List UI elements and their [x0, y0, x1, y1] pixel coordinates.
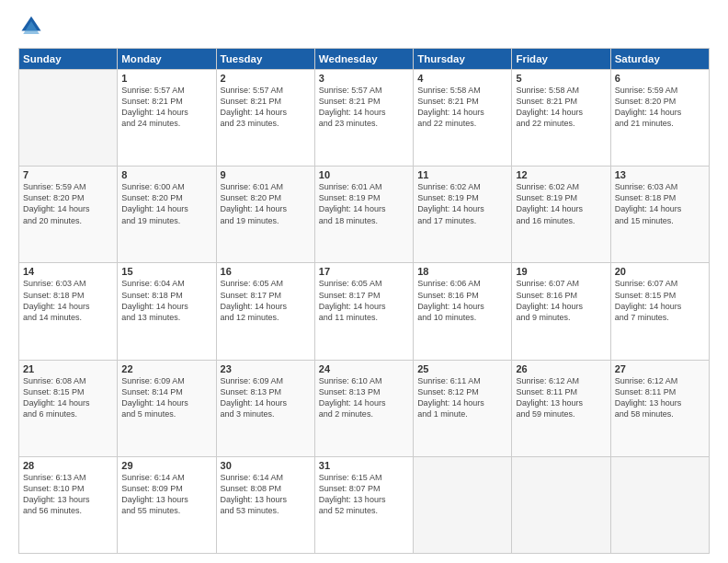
day-info: Sunrise: 6:05 AM Sunset: 8:17 PM Dayligh…	[221, 278, 311, 323]
day-number: 24	[319, 363, 409, 374]
day-info: Sunrise: 6:15 AM Sunset: 8:07 PM Dayligh…	[319, 472, 409, 517]
calendar-cell: 29Sunrise: 6:14 AM Sunset: 8:09 PM Dayli…	[118, 456, 216, 553]
day-number: 28	[23, 460, 113, 471]
calendar-table: SundayMondayTuesdayWednesdayThursdayFrid…	[18, 48, 710, 554]
day-number: 19	[516, 266, 606, 277]
calendar-cell: 26Sunrise: 6:12 AM Sunset: 8:11 PM Dayli…	[512, 360, 610, 456]
day-number: 11	[417, 169, 507, 180]
day-number: 31	[319, 460, 409, 471]
day-number: 22	[121, 363, 211, 374]
calendar-week-4: 21Sunrise: 6:08 AM Sunset: 8:15 PM Dayli…	[19, 360, 710, 456]
calendar-cell: 31Sunrise: 6:15 AM Sunset: 8:07 PM Dayli…	[314, 456, 413, 553]
day-header-friday: Friday	[512, 49, 610, 70]
calendar-cell	[19, 70, 118, 167]
day-info: Sunrise: 5:59 AM Sunset: 8:20 PM Dayligh…	[615, 85, 705, 130]
day-number: 12	[516, 169, 606, 180]
calendar-cell: 2Sunrise: 5:57 AM Sunset: 8:21 PM Daylig…	[216, 70, 314, 167]
day-info: Sunrise: 6:01 AM Sunset: 8:19 PM Dayligh…	[319, 181, 409, 226]
calendar-cell: 11Sunrise: 6:02 AM Sunset: 8:19 PM Dayli…	[414, 167, 512, 263]
calendar-cell: 7Sunrise: 5:59 AM Sunset: 8:20 PM Daylig…	[19, 167, 118, 263]
calendar-week-2: 7Sunrise: 5:59 AM Sunset: 8:20 PM Daylig…	[19, 167, 710, 263]
calendar-cell: 13Sunrise: 6:03 AM Sunset: 8:18 PM Dayli…	[610, 167, 709, 263]
day-number: 17	[319, 266, 409, 277]
calendar-week-5: 28Sunrise: 6:13 AM Sunset: 8:10 PM Dayli…	[19, 456, 710, 553]
calendar-cell: 8Sunrise: 6:00 AM Sunset: 8:20 PM Daylig…	[118, 167, 216, 263]
day-number: 4	[417, 73, 507, 84]
calendar-cell: 28Sunrise: 6:13 AM Sunset: 8:10 PM Dayli…	[19, 456, 118, 553]
day-number: 29	[121, 460, 211, 471]
day-number: 25	[417, 363, 507, 374]
calendar-cell: 27Sunrise: 6:12 AM Sunset: 8:11 PM Dayli…	[610, 360, 709, 456]
day-info: Sunrise: 6:07 AM Sunset: 8:15 PM Dayligh…	[615, 278, 705, 323]
day-number: 21	[23, 363, 113, 374]
calendar-cell: 9Sunrise: 6:01 AM Sunset: 8:20 PM Daylig…	[216, 167, 314, 263]
calendar-cell: 15Sunrise: 6:04 AM Sunset: 8:18 PM Dayli…	[118, 263, 216, 360]
calendar-cell	[414, 456, 512, 553]
calendar-header-row: SundayMondayTuesdayWednesdayThursdayFrid…	[19, 49, 710, 70]
calendar-cell: 19Sunrise: 6:07 AM Sunset: 8:16 PM Dayli…	[512, 263, 610, 360]
day-number: 20	[615, 266, 705, 277]
calendar-cell	[610, 456, 709, 553]
calendar-cell: 21Sunrise: 6:08 AM Sunset: 8:15 PM Dayli…	[19, 360, 118, 456]
day-info: Sunrise: 6:03 AM Sunset: 8:18 PM Dayligh…	[615, 181, 705, 226]
calendar-week-3: 14Sunrise: 6:03 AM Sunset: 8:18 PM Dayli…	[19, 263, 710, 360]
calendar-cell: 17Sunrise: 6:05 AM Sunset: 8:17 PM Dayli…	[314, 263, 413, 360]
calendar-cell: 22Sunrise: 6:09 AM Sunset: 8:14 PM Dayli…	[118, 360, 216, 456]
calendar-cell: 1Sunrise: 5:57 AM Sunset: 8:21 PM Daylig…	[118, 70, 216, 167]
calendar-cell: 10Sunrise: 6:01 AM Sunset: 8:19 PM Dayli…	[314, 167, 413, 263]
day-info: Sunrise: 5:57 AM Sunset: 8:21 PM Dayligh…	[121, 85, 211, 130]
calendar-cell: 24Sunrise: 6:10 AM Sunset: 8:13 PM Dayli…	[314, 360, 413, 456]
day-number: 26	[516, 363, 606, 374]
day-info: Sunrise: 5:59 AM Sunset: 8:20 PM Dayligh…	[23, 181, 113, 226]
day-number: 1	[121, 73, 211, 84]
day-info: Sunrise: 6:09 AM Sunset: 8:13 PM Dayligh…	[221, 375, 311, 420]
day-header-tuesday: Tuesday	[216, 49, 314, 70]
calendar-cell: 18Sunrise: 6:06 AM Sunset: 8:16 PM Dayli…	[414, 263, 512, 360]
calendar-week-1: 1Sunrise: 5:57 AM Sunset: 8:21 PM Daylig…	[19, 70, 710, 167]
day-number: 16	[221, 266, 311, 277]
calendar-cell: 12Sunrise: 6:02 AM Sunset: 8:19 PM Dayli…	[512, 167, 610, 263]
day-info: Sunrise: 6:02 AM Sunset: 8:19 PM Dayligh…	[516, 181, 606, 226]
calendar-cell: 5Sunrise: 5:58 AM Sunset: 8:21 PM Daylig…	[512, 70, 610, 167]
day-info: Sunrise: 6:07 AM Sunset: 8:16 PM Dayligh…	[516, 278, 606, 323]
day-header-wednesday: Wednesday	[314, 49, 413, 70]
day-info: Sunrise: 6:12 AM Sunset: 8:11 PM Dayligh…	[615, 375, 705, 420]
calendar-cell	[512, 456, 610, 553]
day-info: Sunrise: 6:01 AM Sunset: 8:20 PM Dayligh…	[221, 181, 311, 226]
day-number: 23	[221, 363, 311, 374]
calendar-cell: 3Sunrise: 5:57 AM Sunset: 8:21 PM Daylig…	[314, 70, 413, 167]
day-info: Sunrise: 6:06 AM Sunset: 8:16 PM Dayligh…	[417, 278, 507, 323]
day-header-thursday: Thursday	[414, 49, 512, 70]
day-number: 14	[23, 266, 113, 277]
day-info: Sunrise: 6:13 AM Sunset: 8:10 PM Dayligh…	[23, 472, 113, 517]
header	[18, 15, 710, 40]
day-info: Sunrise: 6:05 AM Sunset: 8:17 PM Dayligh…	[319, 278, 409, 323]
calendar-cell: 6Sunrise: 5:59 AM Sunset: 8:20 PM Daylig…	[610, 70, 709, 167]
day-info: Sunrise: 6:14 AM Sunset: 8:08 PM Dayligh…	[221, 472, 311, 517]
calendar-cell: 23Sunrise: 6:09 AM Sunset: 8:13 PM Dayli…	[216, 360, 314, 456]
calendar-cell: 16Sunrise: 6:05 AM Sunset: 8:17 PM Dayli…	[216, 263, 314, 360]
day-info: Sunrise: 6:14 AM Sunset: 8:09 PM Dayligh…	[121, 472, 211, 517]
day-info: Sunrise: 5:57 AM Sunset: 8:21 PM Dayligh…	[319, 85, 409, 130]
logo-icon	[18, 15, 44, 40]
day-info: Sunrise: 6:08 AM Sunset: 8:15 PM Dayligh…	[23, 375, 113, 420]
day-number: 3	[319, 73, 409, 84]
day-number: 15	[121, 266, 211, 277]
day-header-saturday: Saturday	[610, 49, 709, 70]
calendar-cell: 14Sunrise: 6:03 AM Sunset: 8:18 PM Dayli…	[19, 263, 118, 360]
day-info: Sunrise: 5:58 AM Sunset: 8:21 PM Dayligh…	[516, 85, 606, 130]
day-number: 27	[615, 363, 705, 374]
logo	[18, 15, 48, 40]
day-info: Sunrise: 6:04 AM Sunset: 8:18 PM Dayligh…	[121, 278, 211, 323]
day-info: Sunrise: 6:03 AM Sunset: 8:18 PM Dayligh…	[23, 278, 113, 323]
day-number: 5	[516, 73, 606, 84]
day-number: 10	[319, 169, 409, 180]
day-header-sunday: Sunday	[19, 49, 118, 70]
day-header-monday: Monday	[118, 49, 216, 70]
calendar-cell: 25Sunrise: 6:11 AM Sunset: 8:12 PM Dayli…	[414, 360, 512, 456]
day-info: Sunrise: 5:58 AM Sunset: 8:21 PM Dayligh…	[417, 85, 507, 130]
day-number: 2	[221, 73, 311, 84]
day-info: Sunrise: 6:11 AM Sunset: 8:12 PM Dayligh…	[417, 375, 507, 420]
page: SundayMondayTuesdayWednesdayThursdayFrid…	[0, 0, 728, 563]
calendar-cell: 4Sunrise: 5:58 AM Sunset: 8:21 PM Daylig…	[414, 70, 512, 167]
